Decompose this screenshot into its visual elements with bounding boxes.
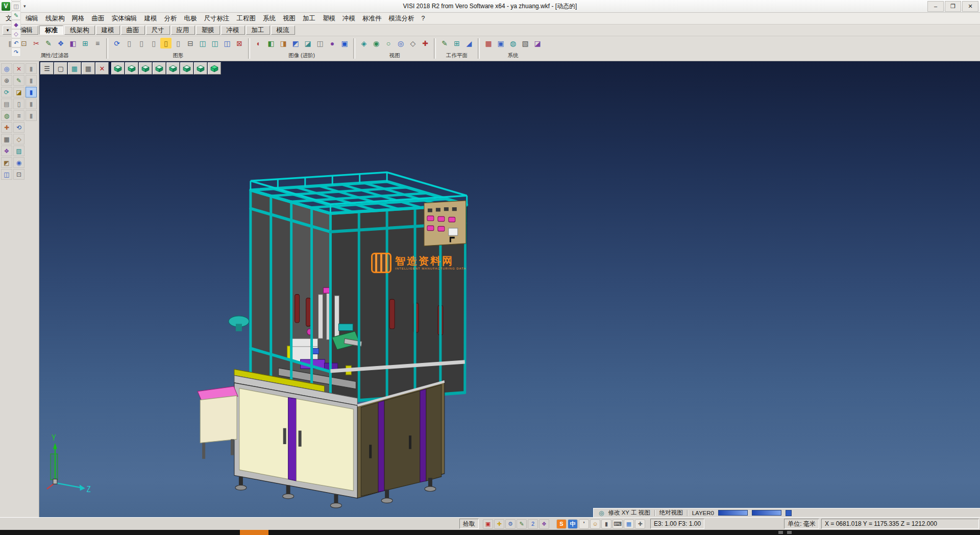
menu-item[interactable]: 分析 bbox=[161, 13, 181, 24]
maximize-button[interactable]: ❐ bbox=[945, 1, 961, 12]
eye-toggle-icon[interactable]: ◉ bbox=[13, 157, 24, 168]
stack-icon[interactable]: ▤ bbox=[1, 99, 12, 109]
layers-icon[interactable]: ◪ bbox=[532, 38, 543, 48]
menu-item[interactable]: 模流分析 bbox=[385, 13, 418, 24]
sogou-logo-icon[interactable]: S bbox=[556, 519, 567, 529]
view-cube-top[interactable] bbox=[111, 62, 125, 75]
menu-item[interactable]: 建模 bbox=[141, 13, 161, 24]
eye-icon[interactable]: ◎ bbox=[395, 38, 406, 48]
delete-view-icon[interactable]: ✕ bbox=[95, 62, 109, 75]
menu-item[interactable]: 尺寸标注 bbox=[201, 13, 233, 24]
hand-icon[interactable]: ◇ bbox=[13, 134, 24, 144]
ime-mic-icon[interactable]: ▮ bbox=[601, 519, 611, 529]
mask-icon[interactable]: ◧ bbox=[67, 38, 79, 48]
checker-icon[interactable]: ▧ bbox=[520, 38, 531, 48]
shading-mode-icon-2[interactable]: ◧ bbox=[265, 38, 277, 48]
tab-modeling[interactable]: 建模 bbox=[96, 26, 120, 35]
tab-wireframe[interactable]: 线架构 bbox=[64, 26, 95, 35]
sphere-render-icon[interactable]: ● bbox=[327, 38, 338, 48]
prism-icon-1[interactable]: ▯ bbox=[124, 38, 135, 48]
ime-keyboard-icon[interactable]: ⌨ bbox=[612, 519, 623, 529]
ime-more-icon[interactable]: ✚ bbox=[635, 519, 645, 529]
palette-status-icon[interactable]: ❖ bbox=[539, 519, 549, 529]
eraser-icon[interactable]: ◪ bbox=[13, 87, 24, 98]
snap-icon[interactable]: ⊕ bbox=[1, 75, 12, 86]
ime-emoji-icon[interactable]: ☺ bbox=[590, 519, 600, 529]
tab-machining[interactable]: 加工 bbox=[246, 26, 270, 35]
attribute-grid-icon[interactable]: ⊞ bbox=[80, 38, 91, 48]
view-cube-iso[interactable] bbox=[194, 62, 207, 75]
menu-item[interactable]: ? bbox=[418, 14, 429, 23]
menu-item[interactable]: 工程图 bbox=[233, 13, 260, 24]
cut-icon[interactable]: ✂ bbox=[31, 38, 42, 48]
count-badge[interactable]: 2 bbox=[528, 519, 538, 529]
color-swatch[interactable] bbox=[786, 510, 792, 516]
ime-toolbox-icon[interactable]: ▦ bbox=[624, 519, 634, 529]
menu-item[interactable]: 塑模 bbox=[319, 13, 339, 24]
edit-status-icon[interactable]: ✎ bbox=[517, 519, 527, 529]
scale-progress-bar[interactable] bbox=[752, 510, 781, 516]
redo-icon[interactable]: ↷ bbox=[11, 47, 21, 57]
menu-item[interactable]: 线架构 bbox=[42, 13, 68, 24]
tab-mold[interactable]: 塑膜 bbox=[196, 26, 220, 35]
prism-icon-4[interactable]: ▯ bbox=[173, 38, 184, 48]
shading-mode-icon-5[interactable]: ◪ bbox=[302, 38, 313, 48]
pan-icon[interactable]: ◇ bbox=[407, 38, 419, 48]
minimize-button[interactable]: – bbox=[927, 1, 944, 12]
menu-item[interactable]: 标准件 bbox=[359, 13, 385, 24]
undo-icon[interactable]: ↶ bbox=[11, 38, 21, 47]
view-cube-shaded[interactable] bbox=[208, 62, 221, 75]
snap-status-icon[interactable]: ▣ bbox=[483, 519, 493, 529]
prism-icon-2[interactable]: ▯ bbox=[136, 38, 147, 48]
view-cube-left[interactable] bbox=[153, 62, 166, 75]
ime-punctuation-icon[interactable]: ’ bbox=[579, 519, 589, 529]
undo-history-icon[interactable]: ⟲ bbox=[13, 122, 24, 133]
import-icon[interactable]: ◆ bbox=[11, 20, 21, 29]
database-icon-2[interactable]: ◫ bbox=[209, 38, 220, 48]
monitor-icon[interactable]: ▣ bbox=[495, 38, 506, 48]
palette-tool-icon[interactable]: ❖ bbox=[1, 145, 12, 156]
highlight-prism-icon[interactable]: ▯ bbox=[160, 38, 172, 48]
rotate-icon[interactable]: ⟳ bbox=[1, 87, 12, 98]
buffer-icon-2[interactable]: ▮ bbox=[26, 75, 37, 86]
zoom-all-icon[interactable]: ◉ bbox=[371, 38, 382, 48]
grid-view-icon-2[interactable]: ▦ bbox=[82, 62, 95, 75]
chart-icon[interactable]: ▨ bbox=[13, 145, 24, 156]
tab-flow[interactable]: 模流 bbox=[271, 26, 295, 35]
quickbar-more-icon[interactable]: ▾ bbox=[22, 4, 28, 9]
workplane-plane-icon[interactable]: ◢ bbox=[463, 38, 475, 48]
settings-status-icon[interactable]: ⚙ bbox=[505, 519, 516, 529]
page-icon[interactable]: ▯ bbox=[13, 99, 24, 109]
prism-icon-3[interactable]: ▯ bbox=[148, 38, 159, 48]
shading-mode-icon-4[interactable]: ◩ bbox=[290, 38, 301, 48]
machine-3d-model[interactable]: Y Z bbox=[39, 61, 980, 517]
corner-icon[interactable]: ◩ bbox=[1, 157, 12, 168]
menu-item[interactable]: 视图 bbox=[279, 13, 299, 24]
menu-item[interactable]: 系统 bbox=[259, 13, 279, 24]
shading-mode-icon-3[interactable]: ◨ bbox=[278, 38, 289, 48]
iso-view-icon[interactable]: ◈ bbox=[358, 38, 370, 48]
edit-attributes-icon[interactable]: ✎ bbox=[43, 38, 54, 48]
attribute-list-icon[interactable]: ≡ bbox=[92, 38, 103, 48]
delete-graphics-icon[interactable]: ⊠ bbox=[234, 38, 245, 48]
layer-label[interactable]: LAYER0 bbox=[692, 510, 714, 516]
menu-item[interactable]: 加工 bbox=[299, 13, 319, 24]
refresh-icon[interactable]: ⟳ bbox=[111, 38, 122, 48]
close-button[interactable]: ✕ bbox=[962, 1, 978, 12]
menu-item[interactable]: 网格 bbox=[68, 13, 88, 24]
grid-view-icon-1[interactable]: ▦ bbox=[68, 62, 81, 75]
buffer-icon-3[interactable]: ▮ bbox=[26, 87, 37, 98]
menu-item[interactable]: 电极 bbox=[181, 13, 201, 24]
tool-icon[interactable]: ✚ bbox=[1, 122, 12, 133]
shading-mode-icon-1[interactable]: ◐ bbox=[253, 38, 264, 48]
filter-icon[interactable]: ❖ bbox=[55, 38, 66, 48]
globe-settings-icon[interactable]: ◍ bbox=[507, 38, 519, 48]
3d-viewport[interactable]: ☰▢▦▦✕ bbox=[39, 61, 980, 517]
menu-item[interactable]: 实体编辑 bbox=[108, 13, 141, 24]
pencil-icon[interactable]: ✎ bbox=[13, 75, 24, 86]
zoom-window-icon[interactable]: ○ bbox=[383, 38, 394, 48]
view-cube-bottom[interactable] bbox=[180, 62, 193, 75]
workplane-grid-icon[interactable]: ⊞ bbox=[451, 38, 462, 48]
zoom-progress-bar[interactable] bbox=[718, 510, 748, 516]
database-icon-1[interactable]: ◫ bbox=[197, 38, 208, 48]
